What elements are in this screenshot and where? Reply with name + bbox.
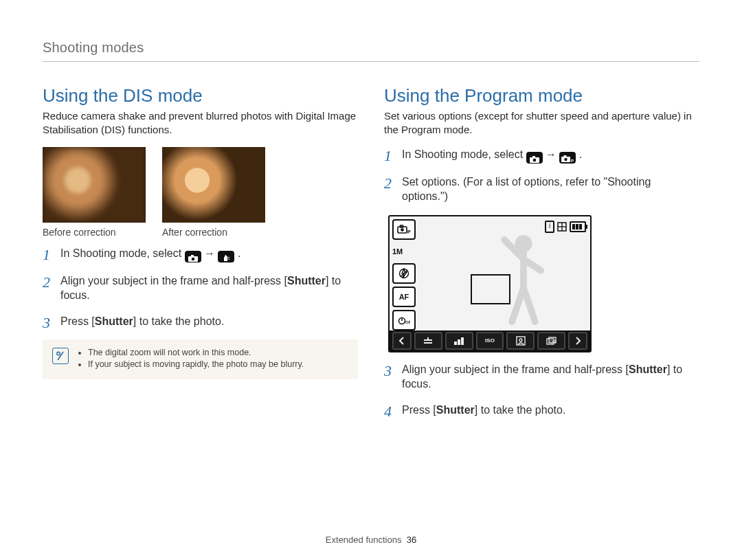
after-correction-photo	[162, 147, 265, 223]
focus-frame-icon	[471, 274, 510, 304]
shutter-label: Shutter	[629, 363, 667, 375]
svg-rect-29	[461, 337, 464, 345]
ev-icon	[414, 332, 442, 350]
step-text: Press [	[402, 404, 436, 416]
step-text-end: .	[579, 148, 582, 160]
note-item: The digital zoom will not work in this m…	[88, 348, 304, 357]
wb-icon	[445, 332, 473, 350]
footer-section-label: Extended functions	[326, 535, 402, 545]
arrow-text: →	[546, 148, 559, 160]
dis-step-3: Press [Shutter] to take the photo.	[43, 314, 358, 329]
before-caption: Before correction	[43, 227, 146, 238]
timer-off-icon: OFF	[392, 310, 416, 331]
svg-rect-2	[191, 255, 194, 257]
before-after-photos: Before correction After correction	[43, 147, 358, 238]
lcd-left-icons: P 1M AF OFF	[392, 219, 416, 331]
svg-point-12	[401, 228, 404, 232]
svg-point-1	[191, 257, 194, 260]
lcd-display: P 1M AF OFF i	[388, 215, 592, 352]
dis-step-2: Align your subject in the frame and half…	[43, 273, 358, 303]
iso-icon: ISO	[476, 332, 504, 350]
dis-hand-icon	[218, 251, 234, 262]
svg-point-31	[519, 339, 522, 341]
step-text: Set options. (For a list of options, ref…	[402, 176, 651, 203]
lcd-screenshot: P 1M AF OFF i	[388, 215, 699, 352]
arrow-text: →	[204, 247, 218, 259]
grid-icon	[557, 222, 567, 232]
svg-rect-28	[458, 339, 460, 345]
dis-intro-text: Reduce camera shake and prevent blurred …	[43, 109, 358, 137]
shutter-label: Shutter	[436, 404, 475, 416]
note-list: The digital zoom will not work in this m…	[77, 348, 304, 371]
flash-off-icon	[392, 263, 416, 284]
section-header: Shooting modes	[43, 40, 699, 62]
chevron-right-icon	[568, 332, 587, 350]
right-column: Using the Program mode Set various optio…	[384, 85, 699, 428]
dis-step-1: In Shooting mode, select → .	[43, 246, 358, 262]
before-correction-photo	[43, 147, 146, 223]
step-text-end: .	[238, 247, 240, 259]
step-text: Align your subject in the frame and half…	[60, 275, 287, 287]
svg-rect-9	[564, 155, 567, 157]
after-caption: After correction	[162, 227, 265, 238]
note-box: The digital zoom will not work in this m…	[43, 339, 358, 379]
chevron-left-icon	[392, 332, 412, 350]
after-photo-block: After correction	[162, 147, 265, 238]
heading-program-mode: Using the Program mode	[384, 85, 699, 107]
af-icon: AF	[392, 287, 416, 307]
mode-program-icon: P	[392, 219, 416, 240]
svg-text:OFF: OFF	[550, 339, 556, 344]
program-steps-bottom: Align your subject in the frame and half…	[384, 362, 699, 418]
program-step-1: In Shooting mode, select → P .	[384, 147, 699, 164]
shutter-label: Shutter	[95, 315, 133, 327]
svg-rect-25	[427, 337, 429, 340]
before-photo-block: Before correction	[43, 147, 146, 238]
svg-rect-30	[517, 337, 525, 345]
camera-icon	[185, 251, 201, 262]
shutter-label: Shutter	[287, 275, 326, 287]
heading-dis-mode: Using the DIS mode	[43, 85, 358, 107]
dis-steps: In Shooting mode, select → . Align your …	[43, 246, 358, 329]
step-text: In Shooting mode, select	[402, 148, 526, 160]
camera-p-icon: P	[559, 152, 576, 164]
svg-text:OFF: OFF	[405, 320, 410, 324]
svg-rect-27	[454, 341, 457, 345]
step-text-end: ] to take the photo.	[475, 404, 566, 416]
program-steps-top: In Shooting mode, select → P . Set optio…	[384, 147, 699, 204]
svg-rect-6	[532, 156, 535, 158]
program-step-2: Set options. (For a list of options, ref…	[384, 175, 699, 204]
svg-text:P: P	[571, 159, 574, 163]
note-item: If your subject is moving rapidly, the p…	[88, 359, 304, 369]
page-footer: Extended functions 36	[0, 535, 742, 545]
lcd-bottom-bar: ISO OFF	[390, 331, 590, 351]
step-text-end: ] to take the photo.	[133, 315, 225, 327]
program-step-3: Align your subject in the frame and half…	[384, 362, 699, 392]
resolution-label: 1M	[392, 243, 413, 260]
note-icon	[52, 348, 69, 364]
svg-point-3	[57, 352, 60, 355]
camera-icon	[526, 152, 543, 164]
drive-mode-icon: OFF	[537, 332, 565, 350]
step-text: In Shooting mode, select	[60, 247, 185, 259]
battery-icon	[570, 221, 586, 232]
left-column: Using the DIS mode Reduce camera shake a…	[43, 85, 358, 428]
step-text: Press [	[60, 315, 95, 327]
program-intro-text: Set various options (except for shutter …	[384, 109, 699, 137]
svg-rect-26	[424, 342, 432, 344]
manual-page: Shooting modes Using the DIS mode Reduce…	[0, 0, 742, 560]
step-text: Align your subject in the frame and half…	[402, 363, 629, 375]
svg-point-8	[565, 157, 567, 160]
page-number: 36	[407, 535, 416, 545]
program-step-4: Press [Shutter] to take the photo.	[384, 403, 699, 418]
svg-point-5	[532, 158, 536, 161]
two-column-layout: Using the DIS mode Reduce camera shake a…	[43, 85, 699, 428]
face-detect-icon	[506, 332, 535, 350]
svg-text:P: P	[407, 229, 411, 234]
